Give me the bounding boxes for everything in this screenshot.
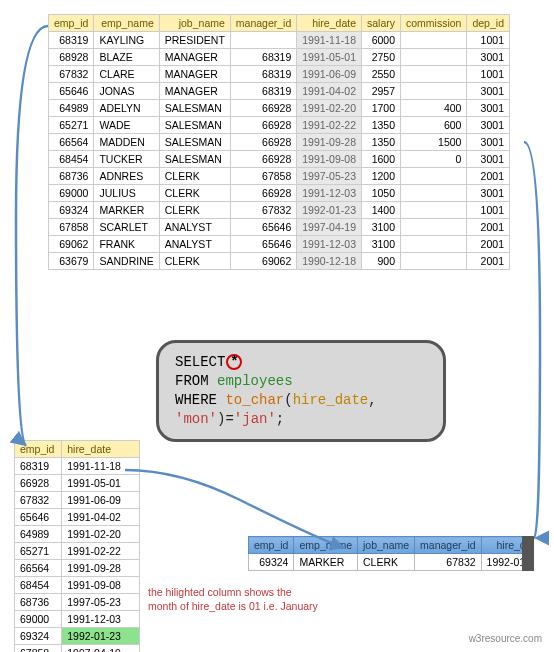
table-row: 69000JULIUSCLERK669281991-12-0310503001 [49, 185, 510, 202]
table-row: 68736ADNRESCLERK678581997-05-2312002001 [49, 168, 510, 185]
sql-star-circled: * [226, 354, 242, 370]
table-row: 66564MADDENSALESMAN669281991-09-28135015… [49, 134, 510, 151]
col-salary: salary [361, 15, 400, 32]
table-row: 69062FRANKANALYST656461991-12-0331002001 [49, 236, 510, 253]
table-row: 68319KAYLINGPRESIDENT1991-11-1860001001 [49, 32, 510, 49]
table-row: 68928BLAZEMANAGER683191991-05-0127503001 [49, 49, 510, 66]
table-row: 65271WADESALESMAN669281991-02-2213506003… [49, 117, 510, 134]
table-row: 683191991-11-18 [15, 458, 140, 475]
table-row: 67832CLAREMANAGER683191991-06-0925501001 [49, 66, 510, 83]
sql-arg2: 'mon' [175, 411, 217, 427]
table-row: 63679SANDRINECLERK690621990-12-189002001 [49, 253, 510, 270]
table-row: 652711991-02-22 [15, 543, 140, 560]
table-row: 67858SCARLETANALYST656461997-04-19310020… [49, 219, 510, 236]
table-row: 678581997-04-19 [15, 645, 140, 653]
col-dep_id: dep_id [467, 15, 510, 32]
table-row: 669281991-05-01 [15, 475, 140, 492]
sql-query-box: SELECT* FROM employees WHERE to_char(hir… [156, 340, 446, 442]
table-row: 69324MARKERCLERK678321992-01-2314001001 [49, 202, 510, 219]
col-emp_id: emp_id [249, 537, 294, 554]
table-row: 693241992-01-23 [15, 628, 140, 645]
table-row: 690001991-12-03 [15, 611, 140, 628]
col-commission: commission [401, 15, 467, 32]
table-row: 64989ADELYNSALESMAN669281991-02-20170040… [49, 100, 510, 117]
sql-fn: to_char [225, 392, 284, 408]
col-hire_date: hire_date [481, 537, 534, 554]
sql-val: 'jan' [234, 411, 276, 427]
table-row: 65646JONASMANAGER683191991-04-0229573001 [49, 83, 510, 100]
col-job_name: job_name [357, 537, 414, 554]
table-row: 656461991-04-02 [15, 509, 140, 526]
table-row: 69324MARKERCLERK678321992-01-231400 [249, 554, 535, 571]
col-emp_id: emp_id [15, 441, 62, 458]
col-emp_id: emp_id [49, 15, 94, 32]
sql-select: SELECT [175, 354, 225, 370]
col-emp_name: emp_name [294, 537, 358, 554]
table-row: 665641991-09-28 [15, 560, 140, 577]
sql-where: WHERE [175, 392, 217, 408]
footer-credit: w3resource.com [469, 633, 542, 644]
col-job_name: job_name [159, 15, 230, 32]
sql-arg1: hire_date [293, 392, 369, 408]
employees-table: emp_idemp_namejob_namemanager_idhire_dat… [48, 14, 510, 270]
col-emp_name: emp_name [94, 15, 159, 32]
highlight-note: the hilighted column shows the month of … [148, 586, 368, 613]
sql-from: FROM [175, 373, 209, 389]
hire-date-table: emp_idhire_date 683191991-11-18669281991… [14, 440, 140, 652]
table-row: 678321991-06-09 [15, 492, 140, 509]
table-row: 687361997-05-23 [15, 594, 140, 611]
table-row: 649891991-02-20 [15, 526, 140, 543]
table-row: 684541991-09-08 [15, 577, 140, 594]
result-table: emp_idemp_namejob_namemanager_idhire_dat… [248, 536, 534, 571]
col-manager_id: manager_id [230, 15, 296, 32]
sql-table: employees [217, 373, 293, 389]
col-hire_date: hire_date [297, 15, 362, 32]
col-manager_id: manager_id [415, 537, 481, 554]
table-row: 68454TUCKERSALESMAN669281991-09-08160003… [49, 151, 510, 168]
col-hire_date: hire_date [62, 441, 140, 458]
